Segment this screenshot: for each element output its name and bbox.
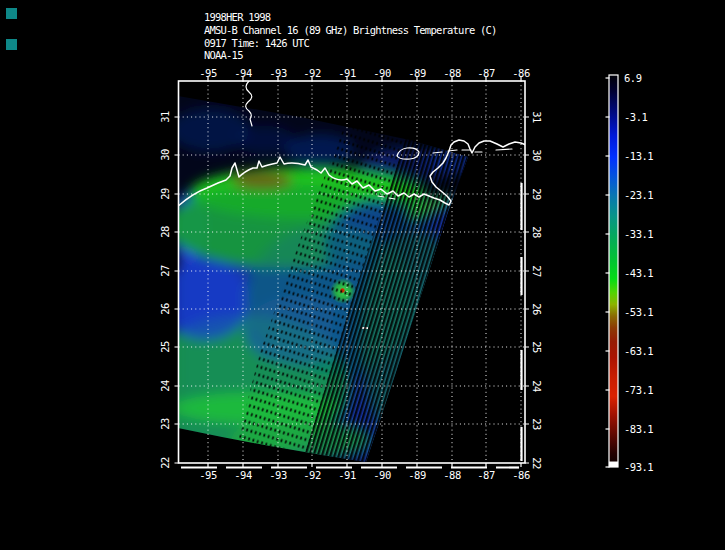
lat-tick-label-left: 31 [159,111,171,123]
corner-square-top [6,8,17,19]
lat-tick-label-left: 24 [159,380,171,392]
colorbar-label: -43.1 [624,267,653,279]
lat-tick-label-left: 25 [159,341,171,353]
lon-tick-label-bottom: -94 [234,469,252,481]
lat-tick-label-right: 22 [531,457,543,469]
plot-title: 1998HER 1998 [204,11,271,23]
plot-satellite: NOAA-15 [204,49,243,61]
latitude-labels-left: 31302928272625242322 [159,111,171,469]
lon-tick-label-top: -92 [303,67,321,79]
lon-tick-label-bottom: -92 [303,469,321,481]
lat-tick-label-right: 26 [531,303,543,315]
lon-tick-label-bottom: -93 [269,469,287,481]
colorbar-labels: 6.9-3.1-13.1-23.1-33.1-43.1-53.1-63.1-73… [624,72,653,473]
lat-tick-label-right: 23 [531,418,543,430]
plot-window: 1998HER 1998 AMSU-B Channel 16 (89 GHz) … [0,0,725,550]
lat-tick-label-right: 25 [531,341,543,353]
lon-tick-label-top: -87 [477,67,495,79]
lat-tick-label-left: 30 [159,149,171,161]
lat-tick-label-left: 23 [159,418,171,430]
lon-tick-label-top: -89 [408,67,426,79]
longitude-labels-top: -95-94-93-92-91-90-89-88-87-86 [199,67,530,79]
corner-square-bottom [6,39,17,50]
colorbar-label: -63.1 [624,345,653,357]
lat-tick-label-right: 24 [531,380,543,392]
lat-tick-label-right: 28 [531,226,543,238]
lon-tick-label-top: -86 [512,67,530,79]
colorbar-label: -23.1 [624,189,653,201]
colorbar-bar [609,75,618,467]
colorbar-label: 6.9 [624,72,642,84]
lon-tick-label-bottom: -86 [512,469,530,481]
map-area [140,81,526,471]
lon-tick-label-bottom: -95 [199,469,217,481]
lat-tick-label-right: 31 [531,111,543,123]
lat-tick-label-right: 27 [531,265,543,277]
latitude-labels-right: 31302928272625242322 [531,111,543,469]
lat-tick-label-right: 29 [531,188,543,200]
plot-time-line: 0917 Time: 1426 UTC [204,37,309,49]
lon-tick-label-top: -93 [269,67,287,79]
lat-tick-label-right: 30 [531,149,543,161]
lon-tick-label-bottom: -89 [408,469,426,481]
lon-tick-label-top: -91 [338,67,356,79]
lon-tick-label-top: -90 [373,67,391,79]
lon-tick-label-bottom: -88 [443,469,461,481]
lon-tick-label-bottom: -90 [373,469,391,481]
lat-tick-label-left: 28 [159,226,171,238]
colorbar-label: -53.1 [624,306,653,318]
lat-tick-label-left: 29 [159,188,171,200]
lat-tick-label-left: 22 [159,457,171,469]
plot-subtitle: AMSU-B Channel 16 (89 GHz) Brightness Te… [204,24,497,36]
colorbar-label: -3.1 [624,111,647,123]
colorbar-label: -33.1 [624,228,653,240]
satellite-plot-canvas: 1998HER 1998 AMSU-B Channel 16 (89 GHz) … [0,0,725,550]
colorbar-label: -93.1 [624,461,653,473]
colorbar-label: -73.1 [624,384,653,396]
longitude-labels-bottom: -95-94-93-92-91-90-89-88-87-86 [199,469,530,481]
colorbar-label: -83.1 [624,423,653,435]
lon-tick-label-top: -88 [443,67,461,79]
lon-tick-label-bottom: -87 [477,469,495,481]
colorbar-label: -13.1 [624,150,653,162]
lat-tick-label-left: 26 [159,303,171,315]
lat-tick-label-left: 27 [159,265,171,277]
colorbar: 6.9-3.1-13.1-23.1-33.1-43.1-53.1-63.1-73… [606,72,654,473]
lon-tick-label-top: -95 [199,67,217,79]
lon-tick-label-top: -94 [234,67,252,79]
lon-tick-label-bottom: -91 [338,469,356,481]
